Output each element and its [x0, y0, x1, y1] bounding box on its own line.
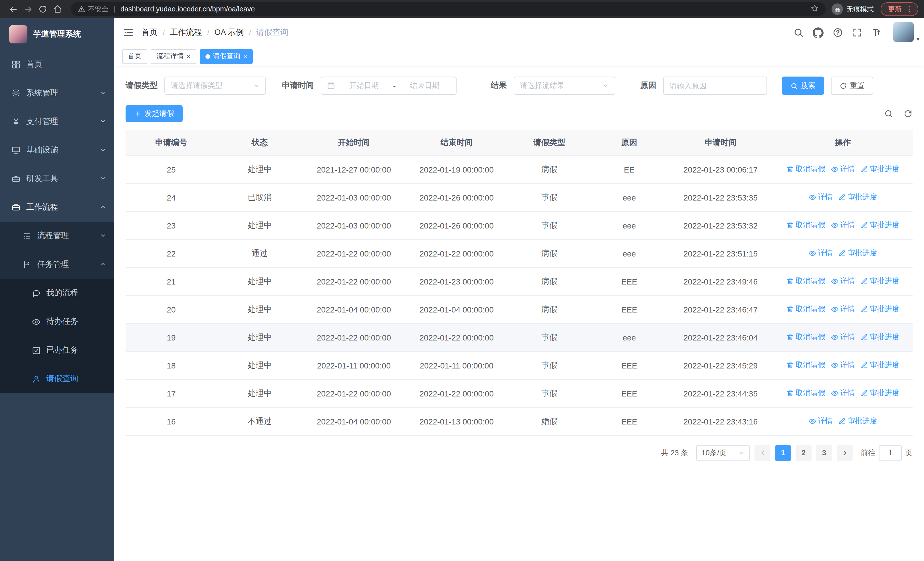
breadcrumb-item[interactable]: OA 示例 [214, 27, 244, 38]
op-progress-link[interactable]: 审批进度 [861, 220, 900, 230]
op-progress-link[interactable]: 审批进度 [861, 304, 900, 314]
bookmark-star-icon[interactable] [810, 4, 819, 15]
refresh-table-button[interactable] [903, 109, 913, 118]
chat-icon [32, 289, 40, 297]
browser-forward-button[interactable] [21, 2, 35, 17]
browser-home-button[interactable] [50, 2, 65, 17]
op-progress-link[interactable]: 审批进度 [861, 360, 900, 370]
reload-icon [38, 5, 47, 14]
sidebar-item-payment[interactable]: 支付管理 [0, 107, 114, 136]
op-detail-link[interactable]: 详情 [831, 332, 855, 343]
sidebar-item-infrastructure[interactable]: 基础设施 [0, 136, 114, 164]
github-icon [813, 27, 824, 38]
op-cancel-link[interactable]: 取消请假 [786, 276, 825, 286]
next-page-button[interactable] [837, 445, 853, 461]
sidebar-item-process-mgmt[interactable]: 流程管理 [0, 222, 114, 250]
font-size-button[interactable] [872, 27, 882, 38]
op-progress-link[interactable]: 审批进度 [861, 164, 900, 174]
reset-button[interactable]: 重置 [831, 77, 873, 95]
op-detail-link[interactable]: 详情 [809, 192, 832, 203]
fullscreen-button[interactable] [852, 27, 862, 38]
prev-page-button[interactable] [754, 445, 771, 461]
browser-back-button[interactable] [6, 2, 21, 17]
page-size-select[interactable]: 10条/页 [696, 445, 750, 461]
sidebar-item-workflow[interactable]: 工作流程 [0, 193, 114, 222]
search-button[interactable]: 搜索 [782, 77, 824, 95]
op-detail-link[interactable]: 详情 [809, 416, 832, 426]
op-cancel-link[interactable]: 取消请假 [786, 220, 825, 230]
sidebar-item-home[interactable]: 首页 [0, 50, 114, 79]
tab-home[interactable]: 首页 [122, 49, 147, 64]
chevron-down-icon [100, 232, 106, 241]
eye-icon [831, 222, 838, 229]
goto-page-input[interactable] [879, 445, 902, 461]
github-link[interactable] [813, 27, 824, 38]
apply-time-range-picker[interactable]: 开始日期 - 结束日期 [321, 77, 457, 95]
reason-input[interactable] [669, 81, 761, 90]
sidebar-item-my-process[interactable]: 我的流程 [0, 279, 114, 307]
sidebar-item-leave-query[interactable]: 请假查询 [0, 364, 114, 393]
page-button-1[interactable]: 1 [775, 445, 791, 461]
address-bar[interactable]: 不安全 dashboard.yudao.iocoder.cn/bpm/oa/le… [71, 2, 826, 16]
sidebar-item-todo-tasks[interactable]: 待办任务 [0, 307, 114, 336]
page-button-2[interactable]: 2 [796, 445, 812, 461]
op-detail-link[interactable]: 详情 [831, 388, 855, 399]
table-cell: 病假 [508, 295, 591, 323]
browser-reload-button[interactable] [35, 2, 50, 17]
op-cancel-link[interactable]: 取消请假 [786, 304, 825, 314]
close-icon[interactable]: × [187, 53, 190, 60]
sidebar-item-system[interactable]: 系统管理 [0, 79, 114, 107]
breadcrumb-item[interactable]: 工作流程 [170, 27, 202, 38]
app-logo[interactable]: 芋道管理系统 [0, 18, 114, 50]
breadcrumb-item[interactable]: 首页 [141, 27, 158, 38]
table-cell-operations: 详情审批进度 [773, 183, 913, 211]
leave-type-select[interactable]: 请选择请假类型 [164, 77, 266, 95]
create-leave-button[interactable]: 发起请假 [126, 105, 183, 122]
table-row: 22通过2022-01-22 00:00:002022-01-22 00:00:… [126, 239, 913, 267]
security-indicator[interactable]: 不安全 [78, 4, 108, 14]
reason-input-wrap [663, 77, 767, 95]
op-cancel-link[interactable]: 取消请假 [786, 164, 825, 174]
op-detail-link[interactable]: 详情 [831, 304, 855, 314]
home-icon [53, 5, 62, 14]
page-button-3[interactable]: 3 [816, 445, 832, 461]
end-date-placeholder: 结束日期 [399, 81, 450, 91]
op-detail-link[interactable]: 详情 [809, 248, 832, 259]
font-size-icon [872, 27, 882, 38]
op-cancel-link[interactable]: 取消请假 [786, 388, 825, 399]
help-button[interactable] [832, 27, 843, 38]
sidebar-item-done-tasks[interactable]: 已办任务 [0, 336, 114, 364]
table-cell-operations: 取消请假详情审批进度 [773, 295, 913, 323]
op-detail-link[interactable]: 详情 [831, 276, 855, 286]
user-menu[interactable]: ▾ [893, 22, 915, 44]
trash-icon [786, 390, 794, 397]
op-progress-link[interactable]: 审批进度 [838, 192, 877, 203]
op-progress-link[interactable]: 审批进度 [861, 332, 900, 343]
sidebar-item-task-mgmt[interactable]: 任务管理 [0, 250, 114, 279]
op-cancel-link[interactable]: 取消请假 [786, 360, 825, 370]
op-progress-link[interactable]: 审批进度 [861, 276, 900, 286]
browser-update-button[interactable]: 更新 [880, 2, 918, 16]
op-progress-link[interactable]: 审批进度 [838, 248, 877, 259]
refresh-icon [903, 109, 913, 118]
tab-process-detail[interactable]: 流程详情 × [151, 49, 196, 64]
sidebar-collapse-button[interactable] [123, 27, 134, 38]
op-cancel-link[interactable]: 取消请假 [786, 332, 825, 343]
security-label: 不安全 [88, 4, 108, 14]
op-detail-link[interactable]: 详情 [831, 360, 855, 370]
result-select[interactable]: 请选择流结果 [514, 77, 615, 95]
tab-leave-query[interactable]: 请假查询 × [200, 49, 253, 64]
op-detail-link[interactable]: 详情 [831, 220, 855, 230]
table-cell: 2022-01-04 00:00:00 [303, 407, 405, 435]
table-cell: 2022-01-22 00:00:00 [303, 239, 405, 267]
breadcrumb-item-current: 请假查询 [256, 27, 288, 38]
op-progress-link[interactable]: 审批进度 [838, 416, 877, 426]
col-status: 状态 [217, 130, 303, 155]
header-search-button[interactable] [793, 27, 804, 38]
toggle-search-button[interactable] [884, 109, 893, 118]
op-detail-link[interactable]: 详情 [831, 164, 855, 174]
sidebar-item-devtools[interactable]: 研发工具 [0, 164, 114, 193]
kebab-menu-icon [905, 5, 913, 13]
close-icon[interactable]: × [243, 53, 247, 60]
op-progress-link[interactable]: 审批进度 [861, 388, 900, 399]
